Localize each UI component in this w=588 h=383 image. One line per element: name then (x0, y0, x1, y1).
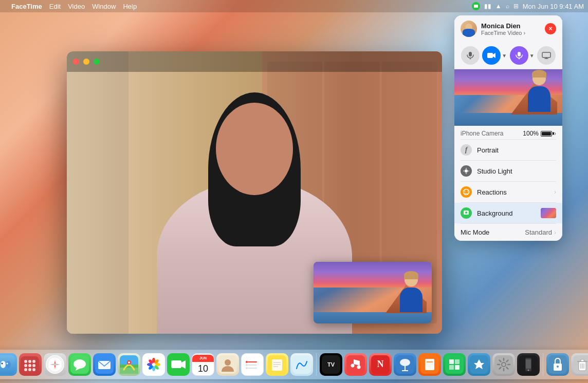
svg-rect-71 (272, 359, 282, 371)
svg-point-27 (24, 364, 27, 367)
dock-item-contacts[interactable] (216, 353, 239, 376)
dock-separator-2 (543, 353, 543, 376)
background-right (541, 208, 556, 218)
audio-button-area[interactable]: ▼ (510, 46, 535, 65)
svg-point-69 (246, 367, 248, 369)
dock-item-maps[interactable] (118, 353, 140, 376)
panel-close-button[interactable]: × (545, 23, 556, 34)
svg-point-31 (28, 368, 31, 371)
svg-point-19 (1, 361, 6, 368)
calendar-month: JUN (192, 355, 214, 362)
battery-fill (542, 132, 551, 136)
menubar-time: Mon Jun 10 9:41 AM (523, 3, 584, 10)
studio-light-icon (461, 165, 472, 177)
dock-item-numbers[interactable] (443, 353, 466, 376)
menubar: FaceTime Edit Video Window Help ▮▮ ▲ ⌕ ⊞… (0, 0, 588, 12)
svg-point-29 (32, 364, 35, 367)
dock-item-mail[interactable] (93, 353, 116, 376)
dock-item-trash[interactable] (571, 353, 588, 376)
svg-point-14 (465, 191, 466, 192)
svg-point-100 (502, 363, 505, 366)
panel-video-person-body (528, 86, 550, 112)
dock-item-pages[interactable] (418, 353, 441, 376)
svg-point-13 (464, 189, 469, 195)
minimize-window-button[interactable] (83, 59, 89, 65)
svg-rect-46 (120, 368, 138, 374)
panel-video-person-hair (532, 70, 546, 78)
menubar-left: FaceTime Edit Video Window Help (4, 3, 137, 10)
battery-area: 100% › (523, 130, 556, 137)
dock-item-facetime[interactable] (167, 353, 190, 376)
svg-point-30 (24, 368, 27, 371)
dock-item-photos[interactable] (142, 353, 165, 376)
menu-item-studio-left: Studio Light (461, 165, 512, 177)
svg-point-15 (467, 191, 468, 192)
menu-item-mic-mode[interactable]: Mic Mode Standard › (454, 224, 562, 241)
contact-avatar (461, 21, 477, 37)
dock-item-safari[interactable] (44, 353, 66, 376)
svg-rect-119 (581, 359, 584, 361)
control-center-icon[interactable]: ⊞ (513, 3, 519, 10)
menubar-app-name[interactable]: FaceTime (11, 3, 42, 10)
menubar-help[interactable]: Help (123, 3, 137, 10)
screen-share-button[interactable] (537, 46, 556, 65)
svg-point-48 (128, 361, 130, 363)
pip-video[interactable] (314, 262, 432, 323)
camera-chevron-icon[interactable]: › (554, 130, 556, 137)
dock-item-iphone-mirroring[interactable] (517, 353, 540, 376)
dock-item-notes[interactable] (266, 353, 288, 376)
dock-item-settings[interactable] (492, 353, 515, 376)
dock-item-finder[interactable] (0, 353, 17, 376)
menu-item-studio-light[interactable]: Studio Light (454, 161, 562, 181)
dock-item-music[interactable] (344, 353, 367, 376)
svg-rect-111 (526, 359, 531, 369)
camera-label-row: iPhone Camera 100% › (454, 126, 562, 139)
dock-item-tv[interactable]: TV (320, 353, 342, 376)
dock-item-messages[interactable] (68, 353, 91, 376)
contact-name: Monica Dien (481, 22, 525, 30)
menu-item-reactions[interactable]: Reactions › (454, 182, 562, 202)
dock-item-appstore[interactable] (468, 353, 490, 376)
camera-source-label: iPhone Camera (461, 130, 503, 137)
contact-sub[interactable]: FaceTime Video › (481, 30, 525, 36)
dock-item-launchpad[interactable] (19, 353, 42, 376)
svg-rect-5 (542, 52, 550, 58)
portrait-icon: f (461, 144, 472, 156)
background-icon (461, 207, 472, 219)
dock-separator (316, 353, 317, 376)
menubar-video[interactable]: Video (68, 3, 85, 10)
person-hair (208, 92, 301, 246)
close-window-button[interactable] (73, 59, 79, 65)
svg-point-67 (246, 361, 248, 363)
wifi-icon: ▲ (495, 3, 502, 10)
svg-text:TV: TV (327, 361, 335, 368)
dock-item-reminders[interactable] (241, 353, 264, 376)
mic-mode-chevron-icon: › (554, 229, 556, 236)
mic-button-area[interactable] (461, 46, 480, 65)
menu-item-portrait[interactable]: f Portrait (454, 140, 562, 160)
dock: JUN 10 (0, 350, 588, 379)
svg-point-8 (465, 169, 468, 173)
dock-item-freeform[interactable] (290, 353, 313, 376)
video-button-area[interactable]: ▼ (482, 46, 507, 65)
svg-point-112 (528, 370, 529, 371)
fullscreen-window-button[interactable] (94, 59, 100, 65)
battery-status-icon: ▮▮ (484, 3, 491, 10)
menu-item-background[interactable]: Background (454, 203, 562, 223)
dock-item-news[interactable]: N (369, 353, 392, 376)
panel-video-preview (454, 69, 562, 126)
svg-point-80 (357, 366, 361, 369)
dock-item-keynote[interactable] (394, 353, 416, 376)
dock-item-privacy[interactable] (546, 353, 569, 376)
studio-light-label: Studio Light (477, 167, 512, 175)
menubar-edit[interactable]: Edit (49, 3, 61, 10)
svg-point-84 (400, 359, 410, 366)
panel-header: Monica Dien FaceTime Video › × (454, 15, 562, 42)
pip-person (396, 273, 427, 314)
svg-point-40 (74, 359, 86, 369)
dock-item-calendar[interactable]: JUN 10 (192, 353, 214, 376)
menubar-window[interactable]: Window (92, 3, 116, 10)
pip-person-head (405, 273, 418, 286)
spotlight-icon[interactable]: ⌕ (506, 3, 509, 10)
mic-mode-right: Standard › (525, 228, 556, 236)
